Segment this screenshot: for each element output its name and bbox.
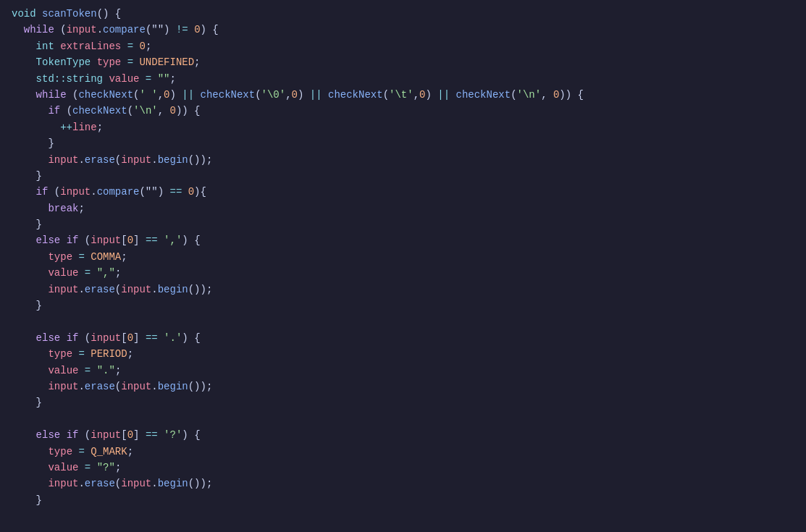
code-token: , [158,103,170,119]
code-token: scanToken [42,6,97,22]
code-line [0,411,806,427]
code-line: input.erase(input.begin()); [0,152,806,168]
code-token: ; [127,346,133,362]
code-token: compare [97,184,140,200]
code-token: ; [115,363,121,379]
code-token [78,265,84,281]
code-token: if [36,184,49,200]
code-token: ( [115,379,121,394]
code-token [12,249,48,265]
code-token: } [12,394,42,410]
code-line: if (input.compare("") == 0){ [0,184,806,200]
code-token: erase [85,379,115,394]
code-token: == [146,232,158,248]
code-token: ( [115,282,121,297]
code-token: != [176,22,188,38]
code-token [72,444,78,460]
code-token [12,476,48,491]
code-token [12,363,48,379]
code-token: ()); [188,282,213,297]
code-token: } [12,135,54,151]
code-token [158,427,164,443]
code-token: while [24,22,54,38]
code-token: if [67,330,79,346]
code-token: ( [48,184,60,200]
code-token: )) { [176,103,201,119]
code-token: if [48,103,60,119]
code-token: input [121,379,151,394]
code-token: erase [85,152,115,168]
code-token: ("") [139,184,169,200]
code-token: ; [194,54,200,70]
code-line: int extraLines = 0; [0,38,806,54]
code-line: input.erase(input.begin()); [0,379,806,394]
code-token: break [48,200,78,216]
code-token: == [146,330,158,346]
code-token [133,54,139,70]
code-token: value [109,71,139,87]
code-token [121,54,127,70]
code-token: ( [383,87,389,103]
code-token: ; [97,119,103,135]
code-token: ( [115,152,121,168]
code-token: type [97,54,122,70]
code-line: while (checkNext(' ',0) || checkNext('\0… [0,87,806,103]
code-token [12,54,36,70]
code-line: value = "?"; [0,460,806,476]
code-token: = [85,460,91,476]
code-token: erase [85,282,115,297]
code-token: || [437,87,450,103]
code-token: '.' [164,330,182,346]
code-token: } [12,492,42,508]
code-token: || [182,87,194,103]
code-line: type = Q_MARK; [0,444,806,460]
code-token [60,427,66,443]
code-line: std::string value = ""; [0,71,806,87]
code-token: Q_MARK [91,444,127,460]
code-token [450,87,456,103]
code-token: '\n' [517,87,542,103]
code-token: , [285,87,291,103]
code-token: ] [133,330,146,346]
code-token: = [127,38,133,54]
code-line: } [0,394,806,410]
code-token [12,200,48,216]
code-token: ) [425,87,437,103]
code-token: . [97,22,103,38]
code-token: '\t' [389,87,414,103]
code-token [158,330,164,346]
code-token: type [48,346,72,362]
code-token [36,6,42,22]
code-token: [ [121,330,127,346]
code-line [0,313,806,329]
code-token: checkNext [328,87,383,103]
code-token: checkNext [72,103,127,119]
code-token [72,249,78,265]
code-line: input.erase(input.begin()); [0,476,806,491]
code-token [91,54,96,70]
code-token: ; [169,71,175,87]
code-token: . [78,379,84,394]
code-token: UNDEFINED [139,54,194,70]
code-token: . [78,476,84,491]
code-token: 0 [127,232,133,248]
code-token [91,460,96,476]
code-token: 0 [194,22,200,38]
code-line: void scanToken() { [0,6,806,22]
code-token: checkNext [78,87,133,103]
code-token: "" [158,71,170,87]
code-token [12,38,36,54]
code-token: "." [97,363,115,379]
code-token: ; [127,444,133,460]
code-token: ; [146,38,151,54]
code-token [12,103,48,119]
code-line: break; [0,200,806,216]
code-token: 0 [419,87,425,103]
code-token [12,330,36,346]
code-token: checkNext [201,87,256,103]
code-token: ( [78,330,91,346]
code-token [78,460,84,476]
code-line: TokenType type = UNDEFINED; [0,54,806,70]
code-token [78,363,84,379]
code-token: [ [121,232,127,248]
